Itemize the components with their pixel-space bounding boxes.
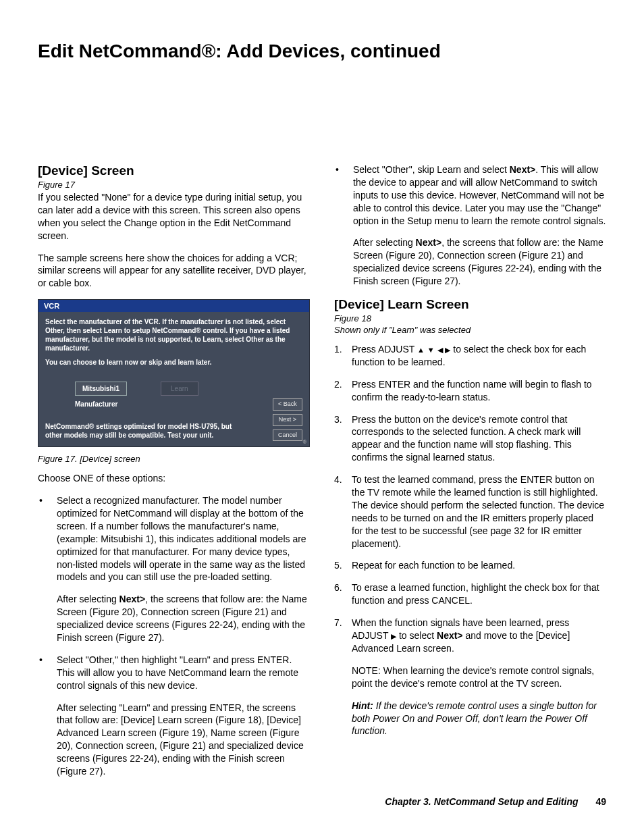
bullet-recognized-manufacturer: Select a recognized manufacturer. The mo… (38, 494, 310, 644)
step-6: To erase a learned function, highlight t… (334, 581, 606, 607)
bullet-select-other-skip: Select "Other", skip Learn and select Ne… (334, 163, 606, 288)
intro-p2: The sample screens here show the choices… (38, 252, 310, 290)
device-learn-heading: [Device] Learn Screen (334, 297, 606, 312)
bullet-3-after-pre: After selecting (353, 237, 416, 248)
device-screen-heading: [Device] Screen (38, 163, 310, 178)
next-button[interactable]: Next > (273, 414, 302, 426)
bullet-3-bold: Next> (510, 164, 536, 175)
step-7-mid: to select (396, 630, 437, 641)
arrow-right-icon-2: ▶ (391, 632, 396, 640)
step-1: Press ADJUST ▲ ▼ ◀ ▶ to select the check… (334, 343, 606, 369)
back-button[interactable]: < Back (273, 398, 302, 411)
shown-only-if: Shown only if "Learn" was selected (334, 325, 606, 335)
figure-17-ref: Figure 17 (38, 180, 310, 190)
cancel-button[interactable]: Cancel (273, 429, 302, 442)
screenshot-titlebar: VCR (38, 300, 309, 312)
bullet-2-text: Select "Other," then highlight "Learn" a… (57, 654, 298, 691)
screenshot-footer-note: NetCommand® settings optimized for model… (45, 422, 248, 440)
device-screenshot: VCR Select the manufacturer of the VCR. … (38, 299, 310, 447)
chapter-label: Chapter 3. NetCommand Setup and Editing (385, 796, 578, 807)
choose-one: Choose ONE of these options: (38, 472, 310, 485)
bullet-2-after: After selecting "Learn" and pressing ENT… (57, 702, 310, 778)
bullet-3-after-bold: Next> (416, 237, 442, 248)
step-5: Repeat for each function to be learned. (334, 559, 606, 572)
step-7: When the function signals have been lear… (334, 617, 606, 655)
hint-text: If the device's remote control uses a si… (352, 700, 597, 737)
step-2: Press ENTER and the function name will b… (334, 378, 606, 404)
arrow-down-icon: ▼ (427, 346, 435, 354)
step-4: To test the learned command, press the E… (334, 473, 606, 550)
right-column: Select "Other", skip Learn and select Ne… (334, 163, 606, 787)
arrow-up-icon: ▲ (417, 346, 425, 354)
page-footer: Chapter 3. NetCommand Setup and Editing … (385, 796, 606, 807)
manufacturer-field[interactable]: Mitsubishi1 (75, 382, 127, 396)
page-title: Edit NetCommand®: Add Devices, continued (38, 41, 606, 62)
hint-label: Hint: (352, 700, 373, 711)
figure-17-caption: Figure 17. [Device] screen (38, 454, 310, 464)
bullet-select-other-learn: Select "Other," then highlight "Learn" a… (38, 654, 310, 778)
intro-p1: If you selected "None" for a device type… (38, 191, 310, 242)
arrow-left-icon: ◀ (437, 346, 443, 354)
bullet-1-after-bold: Next> (119, 594, 146, 604)
manufacturer-label: Manufacturer (75, 400, 302, 409)
left-column: [Device] Screen Figure 17 If you selecte… (38, 163, 310, 787)
screenshot-instructions: Select the manufacturer of the VCR. If t… (45, 317, 302, 353)
figure-18-ref: Figure 18 (334, 313, 606, 323)
registered-mark-icon: ® (303, 439, 306, 445)
learn-button[interactable]: Learn (161, 382, 198, 396)
step-3: Press the button on the device's remote … (334, 413, 606, 465)
screenshot-subtext: You can choose to learn now or skip and … (45, 358, 302, 367)
learn-hint: Hint: If the device's remote control use… (352, 700, 606, 738)
learn-note: NOTE: When learning the device's remote … (352, 664, 606, 690)
step-1-pre: Press ADJUST (352, 344, 417, 355)
bullet-1-text: Select a recognized manufacturer. The mo… (57, 495, 306, 582)
step-7-bold: Next> (437, 630, 463, 641)
bullet-3-pre: Select "Other", skip Learn and select (353, 164, 510, 175)
bullet-1-after-pre: After selecting (57, 594, 119, 604)
page-number: 49 (595, 796, 606, 807)
